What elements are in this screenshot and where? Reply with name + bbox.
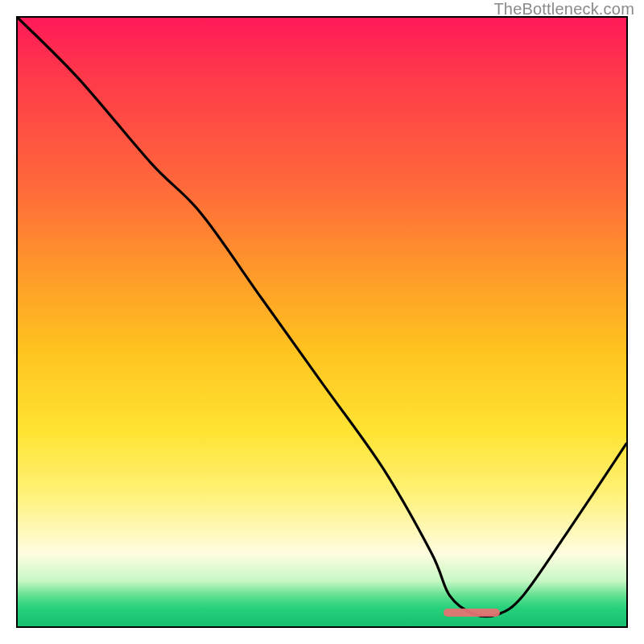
bottleneck-curve [18, 18, 626, 626]
plot-area [16, 16, 628, 628]
optimal-range-marker [444, 609, 500, 617]
chart-container: TheBottleneck.com [0, 0, 644, 644]
